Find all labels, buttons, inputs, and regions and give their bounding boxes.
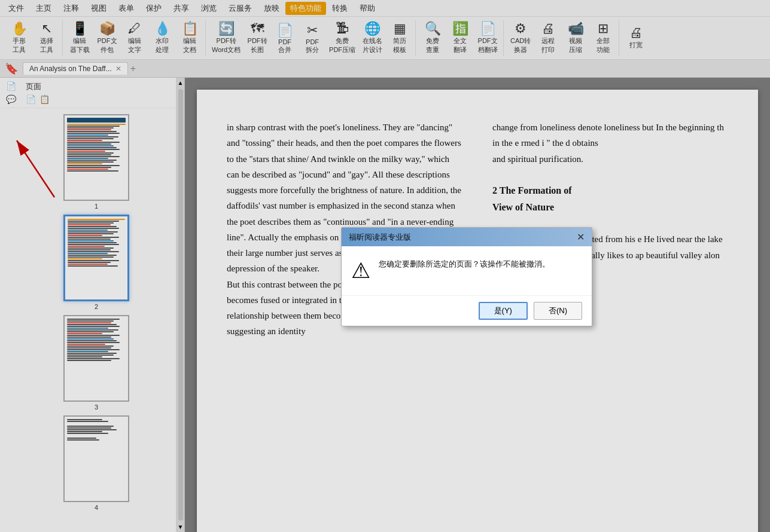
warning-icon: ⚠ bbox=[351, 258, 370, 283]
dialog-title-bar: 福昕阅读器专业版 ✕ bbox=[342, 228, 592, 246]
dialog-overlay: 福昕阅读器专业版 ✕ ⚠ 您确定要删除所选定的页面？该操作不能被撤消。 是(Y)… bbox=[0, 0, 770, 532]
dialog-message-text: 您确定要删除所选定的页面？该操作不能被撤消。 bbox=[379, 258, 550, 271]
dialog-title-text: 福昕阅读器专业版 bbox=[349, 232, 411, 243]
dialog-close-button[interactable]: ✕ bbox=[577, 231, 585, 243]
confirm-dialog: 福昕阅读器专业版 ✕ ⚠ 您确定要删除所选定的页面？该操作不能被撤消。 是(Y)… bbox=[341, 227, 592, 326]
dialog-body: ⚠ 您确定要删除所选定的页面？该操作不能被撤消。 bbox=[342, 246, 592, 295]
confirm-yes-button[interactable]: 是(Y) bbox=[479, 302, 528, 320]
dialog-buttons: 是(Y) 否(N) bbox=[342, 295, 592, 326]
confirm-no-button[interactable]: 否(N) bbox=[534, 302, 582, 320]
